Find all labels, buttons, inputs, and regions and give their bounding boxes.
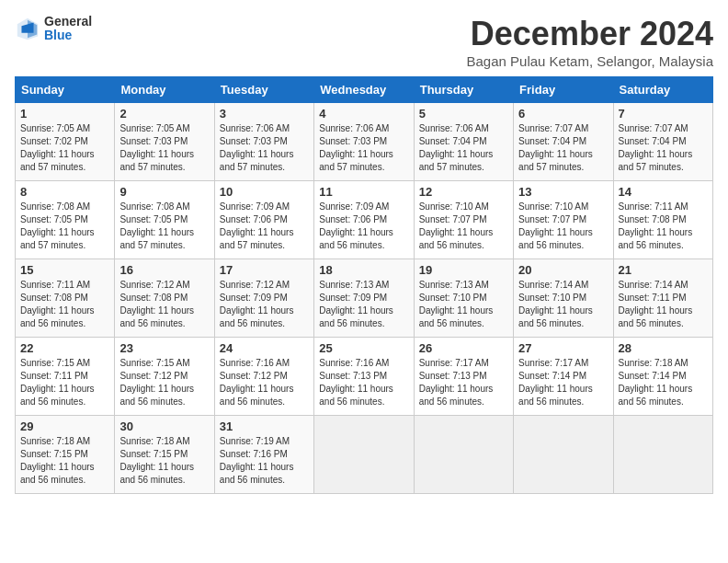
day-number: 30 (119, 419, 209, 433)
day-number: 28 (619, 341, 708, 355)
weekday-header-wednesday: Wednesday (314, 77, 414, 103)
day-detail: Sunrise: 7:16 AMSunset: 7:13 PMDaylight:… (319, 357, 408, 408)
day-number: 15 (20, 263, 109, 277)
day-detail: Sunrise: 7:16 AMSunset: 7:12 PMDaylight:… (220, 357, 309, 408)
day-detail: Sunrise: 7:09 AMSunset: 7:06 PMDaylight:… (319, 201, 408, 252)
day-detail: Sunrise: 7:17 AMSunset: 7:14 PMDaylight:… (518, 357, 608, 408)
day-detail: Sunrise: 7:07 AMSunset: 7:04 PMDaylight:… (518, 122, 608, 174)
calendar-cell: 30Sunrise: 7:18 AMSunset: 7:15 PMDayligh… (115, 416, 214, 494)
page-header: General Blue December 2024 Bagan Pulau K… (15, 15, 713, 69)
day-number: 27 (518, 341, 608, 355)
calendar-cell: 27Sunrise: 7:17 AMSunset: 7:14 PMDayligh… (514, 338, 613, 416)
calendar-cell: 12Sunrise: 7:10 AMSunset: 7:07 PMDayligh… (414, 181, 513, 259)
calendar-cell: 4Sunrise: 7:06 AMSunset: 7:03 PMDaylight… (314, 103, 414, 181)
calendar-cell: 22Sunrise: 7:15 AMSunset: 7:11 PMDayligh… (16, 338, 115, 416)
day-detail: Sunrise: 7:14 AMSunset: 7:10 PMDaylight:… (518, 279, 608, 330)
day-detail: Sunrise: 7:18 AMSunset: 7:15 PMDaylight:… (20, 435, 109, 487)
calendar-cell: 17Sunrise: 7:12 AMSunset: 7:09 PMDayligh… (214, 259, 313, 338)
day-detail: Sunrise: 7:05 AMSunset: 7:03 PMDaylight:… (119, 122, 209, 174)
day-detail: Sunrise: 7:10 AMSunset: 7:07 PMDaylight:… (419, 201, 508, 252)
calendar-cell: 21Sunrise: 7:14 AMSunset: 7:11 PMDayligh… (613, 259, 712, 338)
day-number: 13 (518, 185, 608, 199)
day-number: 2 (119, 107, 209, 121)
day-detail: Sunrise: 7:12 AMSunset: 7:09 PMDaylight:… (220, 279, 309, 330)
day-number: 1 (20, 107, 109, 121)
day-number: 25 (319, 341, 408, 355)
day-number: 19 (419, 263, 508, 277)
day-number: 4 (319, 107, 408, 121)
title-block: December 2024 Bagan Pulau Ketam, Selango… (467, 15, 714, 69)
calendar-cell: 29Sunrise: 7:18 AMSunset: 7:15 PMDayligh… (16, 416, 115, 494)
day-detail: Sunrise: 7:13 AMSunset: 7:09 PMDaylight:… (319, 279, 408, 330)
calendar-cell: 2Sunrise: 7:05 AMSunset: 7:03 PMDaylight… (115, 103, 214, 181)
calendar-cell: 13Sunrise: 7:10 AMSunset: 7:07 PMDayligh… (514, 181, 613, 259)
day-detail: Sunrise: 7:18 AMSunset: 7:14 PMDaylight:… (619, 357, 708, 408)
day-detail: Sunrise: 7:07 AMSunset: 7:04 PMDaylight:… (619, 122, 708, 174)
day-number: 26 (419, 341, 508, 355)
calendar-cell: 23Sunrise: 7:15 AMSunset: 7:12 PMDayligh… (115, 338, 214, 416)
calendar-cell: 25Sunrise: 7:16 AMSunset: 7:13 PMDayligh… (314, 338, 414, 416)
calendar-cell: 6Sunrise: 7:07 AMSunset: 7:04 PMDaylight… (514, 103, 613, 181)
logo-blue-text: Blue (44, 29, 92, 42)
day-detail: Sunrise: 7:19 AMSunset: 7:16 PMDaylight:… (220, 435, 309, 487)
week-row-3: 15Sunrise: 7:11 AMSunset: 7:08 PMDayligh… (16, 259, 713, 338)
calendar-cell: 3Sunrise: 7:06 AMSunset: 7:03 PMDaylight… (214, 103, 313, 181)
day-number: 5 (419, 107, 508, 121)
day-detail: Sunrise: 7:06 AMSunset: 7:04 PMDaylight:… (419, 122, 508, 174)
day-detail: Sunrise: 7:08 AMSunset: 7:05 PMDaylight:… (119, 201, 209, 252)
day-detail: Sunrise: 7:10 AMSunset: 7:07 PMDaylight:… (518, 201, 608, 252)
day-detail: Sunrise: 7:14 AMSunset: 7:11 PMDaylight:… (619, 279, 708, 330)
calendar-cell: 18Sunrise: 7:13 AMSunset: 7:09 PMDayligh… (314, 259, 414, 338)
calendar-cell (514, 416, 613, 494)
calendar-table: SundayMondayTuesdayWednesdayThursdayFrid… (15, 76, 713, 494)
calendar-cell: 5Sunrise: 7:06 AMSunset: 7:04 PMDaylight… (414, 103, 513, 181)
day-detail: Sunrise: 7:13 AMSunset: 7:10 PMDaylight:… (419, 279, 508, 330)
calendar-cell: 8Sunrise: 7:08 AMSunset: 7:05 PMDaylight… (16, 181, 115, 259)
calendar-cell: 14Sunrise: 7:11 AMSunset: 7:08 PMDayligh… (613, 181, 712, 259)
day-number: 18 (319, 263, 408, 277)
calendar-cell: 19Sunrise: 7:13 AMSunset: 7:10 PMDayligh… (414, 259, 513, 338)
day-detail: Sunrise: 7:11 AMSunset: 7:08 PMDaylight:… (619, 201, 708, 252)
day-detail: Sunrise: 7:15 AMSunset: 7:12 PMDaylight:… (119, 357, 209, 408)
day-detail: Sunrise: 7:15 AMSunset: 7:11 PMDaylight:… (20, 357, 109, 408)
day-number: 17 (220, 263, 309, 277)
day-number: 23 (119, 341, 209, 355)
day-number: 6 (518, 107, 608, 121)
calendar-cell: 16Sunrise: 7:12 AMSunset: 7:08 PMDayligh… (115, 259, 214, 338)
calendar-cell: 11Sunrise: 7:09 AMSunset: 7:06 PMDayligh… (314, 181, 414, 259)
calendar-cell: 9Sunrise: 7:08 AMSunset: 7:05 PMDaylight… (115, 181, 214, 259)
day-number: 24 (220, 341, 309, 355)
logo-text: General Blue (44, 15, 92, 43)
calendar-cell: 1Sunrise: 7:05 AMSunset: 7:02 PMDaylight… (16, 103, 115, 181)
calendar-cell: 20Sunrise: 7:14 AMSunset: 7:10 PMDayligh… (514, 259, 613, 338)
calendar-cell: 31Sunrise: 7:19 AMSunset: 7:16 PMDayligh… (214, 416, 313, 494)
day-number: 12 (419, 185, 508, 199)
weekday-header-monday: Monday (115, 77, 214, 103)
weekday-header-sunday: Sunday (16, 77, 115, 103)
day-detail: Sunrise: 7:06 AMSunset: 7:03 PMDaylight:… (319, 122, 408, 174)
day-number: 31 (220, 419, 309, 433)
day-detail: Sunrise: 7:18 AMSunset: 7:15 PMDaylight:… (119, 435, 209, 487)
day-detail: Sunrise: 7:11 AMSunset: 7:08 PMDaylight:… (20, 279, 109, 330)
day-number: 22 (20, 341, 109, 355)
logo: General Blue (15, 15, 92, 43)
day-number: 20 (518, 263, 608, 277)
day-number: 9 (119, 185, 209, 199)
logo-general-text: General (44, 15, 92, 29)
weekday-header-tuesday: Tuesday (214, 77, 313, 103)
day-number: 14 (619, 185, 708, 199)
week-row-2: 8Sunrise: 7:08 AMSunset: 7:05 PMDaylight… (16, 181, 713, 259)
calendar-cell (414, 416, 513, 494)
day-detail: Sunrise: 7:12 AMSunset: 7:08 PMDaylight:… (119, 279, 209, 330)
calendar-cell: 28Sunrise: 7:18 AMSunset: 7:14 PMDayligh… (613, 338, 712, 416)
weekday-header-thursday: Thursday (414, 77, 513, 103)
day-detail: Sunrise: 7:09 AMSunset: 7:06 PMDaylight:… (220, 201, 309, 252)
month-title: December 2024 (467, 15, 714, 53)
location-text: Bagan Pulau Ketam, Selangor, Malaysia (467, 53, 714, 69)
day-number: 29 (20, 419, 109, 433)
calendar-cell (314, 416, 414, 494)
calendar-cell (613, 416, 712, 494)
logo-icon (15, 16, 40, 41)
calendar-header: SundayMondayTuesdayWednesdayThursdayFrid… (16, 77, 713, 103)
week-row-4: 22Sunrise: 7:15 AMSunset: 7:11 PMDayligh… (16, 338, 713, 416)
